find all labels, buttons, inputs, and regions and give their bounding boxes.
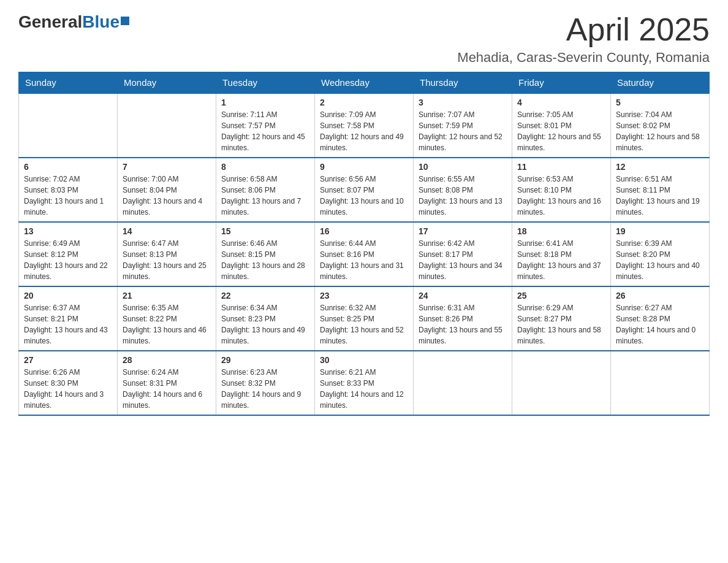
day-number: 5 [616, 98, 704, 107]
day-info: Sunrise: 6:41 AMSunset: 8:18 PMDaylight:… [517, 238, 605, 282]
day-info: Sunrise: 6:47 AMSunset: 8:13 PMDaylight:… [123, 238, 211, 282]
day-info: Sunrise: 6:32 AMSunset: 8:25 PMDaylight:… [320, 302, 408, 347]
weekday-header-thursday: Thursday [414, 72, 512, 94]
day-info: Sunrise: 7:11 AMSunset: 7:57 PMDaylight:… [221, 109, 309, 153]
day-number: 18 [517, 226, 605, 236]
day-number: 29 [221, 355, 309, 365]
calendar-day-23: 23Sunrise: 6:32 AMSunset: 8:25 PMDayligh… [315, 286, 414, 351]
day-number: 7 [123, 162, 211, 172]
logo: General Blue [18, 12, 129, 32]
day-info: Sunrise: 7:07 AMSunset: 7:59 PMDaylight:… [419, 109, 507, 153]
calendar-empty-cell [19, 93, 118, 158]
calendar-day-9: 9Sunrise: 6:56 AMSunset: 8:07 PMDaylight… [315, 158, 414, 222]
day-number: 2 [320, 98, 408, 107]
calendar-day-12: 12Sunrise: 6:51 AMSunset: 8:11 PMDayligh… [611, 158, 710, 222]
calendar-week-row: 1Sunrise: 7:11 AMSunset: 7:57 PMDaylight… [19, 93, 710, 158]
day-info: Sunrise: 6:46 AMSunset: 8:15 PMDaylight:… [221, 238, 309, 282]
calendar-day-28: 28Sunrise: 6:24 AMSunset: 8:31 PMDayligh… [118, 351, 216, 415]
day-number: 22 [221, 291, 309, 301]
weekday-header-monday: Monday [118, 72, 216, 94]
calendar-day-29: 29Sunrise: 6:23 AMSunset: 8:32 PMDayligh… [216, 351, 315, 415]
day-number: 30 [320, 355, 408, 365]
day-number: 10 [419, 162, 507, 172]
weekday-header-sunday: Sunday [19, 72, 118, 94]
day-number: 28 [123, 355, 211, 365]
day-number: 11 [517, 162, 605, 172]
day-info: Sunrise: 6:58 AMSunset: 8:06 PMDaylight:… [221, 174, 309, 218]
calendar-week-row: 13Sunrise: 6:49 AMSunset: 8:12 PMDayligh… [19, 222, 710, 286]
calendar-table: SundayMondayTuesdayWednesdayThursdayFrid… [18, 72, 710, 416]
calendar-day-22: 22Sunrise: 6:34 AMSunset: 8:23 PMDayligh… [216, 286, 315, 351]
day-info: Sunrise: 6:35 AMSunset: 8:22 PMDaylight:… [123, 302, 211, 347]
day-number: 1 [221, 98, 309, 107]
calendar-day-18: 18Sunrise: 6:41 AMSunset: 8:18 PMDayligh… [512, 222, 611, 286]
calendar-empty-cell [512, 351, 611, 415]
weekday-header-wednesday: Wednesday [315, 72, 414, 94]
calendar-week-row: 27Sunrise: 6:26 AMSunset: 8:30 PMDayligh… [19, 351, 710, 415]
day-info: Sunrise: 6:44 AMSunset: 8:16 PMDaylight:… [320, 238, 408, 282]
calendar-week-row: 20Sunrise: 6:37 AMSunset: 8:21 PMDayligh… [19, 286, 710, 351]
logo-blue-text: Blue [82, 12, 119, 32]
day-number: 27 [24, 355, 112, 365]
weekday-header-row: SundayMondayTuesdayWednesdayThursdayFrid… [19, 72, 710, 94]
calendar-day-6: 6Sunrise: 7:02 AMSunset: 8:03 PMDaylight… [19, 158, 118, 222]
calendar-day-11: 11Sunrise: 6:53 AMSunset: 8:10 PMDayligh… [512, 158, 611, 222]
day-info: Sunrise: 6:56 AMSunset: 8:07 PMDaylight:… [320, 174, 408, 218]
day-info: Sunrise: 7:09 AMSunset: 7:58 PMDaylight:… [320, 109, 408, 153]
day-info: Sunrise: 6:31 AMSunset: 8:26 PMDaylight:… [419, 302, 507, 347]
day-info: Sunrise: 7:05 AMSunset: 8:01 PMDaylight:… [517, 109, 605, 153]
day-info: Sunrise: 6:51 AMSunset: 8:11 PMDaylight:… [616, 174, 704, 218]
day-number: 6 [24, 162, 112, 172]
calendar-day-19: 19Sunrise: 6:39 AMSunset: 8:20 PMDayligh… [611, 222, 710, 286]
day-number: 13 [24, 226, 112, 236]
day-info: Sunrise: 6:42 AMSunset: 8:17 PMDaylight:… [419, 238, 507, 282]
logo-blue-part: Blue [82, 12, 129, 32]
day-info: Sunrise: 7:02 AMSunset: 8:03 PMDaylight:… [24, 174, 112, 218]
location-title: Mehadia, Caras-Severin County, Romania [457, 50, 710, 66]
calendar-empty-cell [414, 351, 512, 415]
day-info: Sunrise: 6:55 AMSunset: 8:08 PMDaylight:… [419, 174, 507, 218]
calendar-week-row: 6Sunrise: 7:02 AMSunset: 8:03 PMDaylight… [19, 158, 710, 222]
calendar-day-7: 7Sunrise: 7:00 AMSunset: 8:04 PMDaylight… [118, 158, 216, 222]
calendar-day-27: 27Sunrise: 6:26 AMSunset: 8:30 PMDayligh… [19, 351, 118, 415]
calendar-day-16: 16Sunrise: 6:44 AMSunset: 8:16 PMDayligh… [315, 222, 414, 286]
day-number: 14 [123, 226, 211, 236]
day-info: Sunrise: 6:53 AMSunset: 8:10 PMDaylight:… [517, 174, 605, 218]
day-number: 16 [320, 226, 408, 236]
logo-triangle-icon [121, 17, 129, 25]
calendar-day-26: 26Sunrise: 6:27 AMSunset: 8:28 PMDayligh… [611, 286, 710, 351]
day-info: Sunrise: 6:23 AMSunset: 8:32 PMDaylight:… [221, 367, 309, 411]
day-info: Sunrise: 7:00 AMSunset: 8:04 PMDaylight:… [123, 174, 211, 218]
day-info: Sunrise: 6:49 AMSunset: 8:12 PMDaylight:… [24, 238, 112, 282]
day-number: 24 [419, 291, 507, 301]
day-number: 23 [320, 291, 408, 301]
calendar-day-21: 21Sunrise: 6:35 AMSunset: 8:22 PMDayligh… [118, 286, 216, 351]
logo-general-text: General [18, 12, 82, 32]
calendar-day-5: 5Sunrise: 7:04 AMSunset: 8:02 PMDaylight… [611, 93, 710, 158]
day-info: Sunrise: 7:04 AMSunset: 8:02 PMDaylight:… [616, 109, 704, 153]
day-info: Sunrise: 6:37 AMSunset: 8:21 PMDaylight:… [24, 302, 112, 347]
day-info: Sunrise: 6:34 AMSunset: 8:23 PMDaylight:… [221, 302, 309, 347]
day-number: 8 [221, 162, 309, 172]
day-number: 12 [616, 162, 704, 172]
calendar-day-14: 14Sunrise: 6:47 AMSunset: 8:13 PMDayligh… [118, 222, 216, 286]
calendar-day-15: 15Sunrise: 6:46 AMSunset: 8:15 PMDayligh… [216, 222, 315, 286]
calendar-day-2: 2Sunrise: 7:09 AMSunset: 7:58 PMDaylight… [315, 93, 414, 158]
calendar-day-3: 3Sunrise: 7:07 AMSunset: 7:59 PMDaylight… [414, 93, 512, 158]
day-number: 3 [419, 98, 507, 107]
day-info: Sunrise: 6:39 AMSunset: 8:20 PMDaylight:… [616, 238, 704, 282]
day-info: Sunrise: 6:26 AMSunset: 8:30 PMDaylight:… [24, 367, 112, 411]
day-number: 20 [24, 291, 112, 301]
day-info: Sunrise: 6:27 AMSunset: 8:28 PMDaylight:… [616, 302, 704, 347]
calendar-day-4: 4Sunrise: 7:05 AMSunset: 8:01 PMDaylight… [512, 93, 611, 158]
calendar-day-1: 1Sunrise: 7:11 AMSunset: 7:57 PMDaylight… [216, 93, 315, 158]
day-info: Sunrise: 6:24 AMSunset: 8:31 PMDaylight:… [123, 367, 211, 411]
day-number: 21 [123, 291, 211, 301]
day-number: 26 [616, 291, 704, 301]
calendar-day-17: 17Sunrise: 6:42 AMSunset: 8:17 PMDayligh… [414, 222, 512, 286]
calendar-day-25: 25Sunrise: 6:29 AMSunset: 8:27 PMDayligh… [512, 286, 611, 351]
day-number: 17 [419, 226, 507, 236]
title-block: April 2025 Mehadia, Caras-Severin County… [457, 12, 710, 66]
day-number: 4 [517, 98, 605, 107]
day-number: 15 [221, 226, 309, 236]
